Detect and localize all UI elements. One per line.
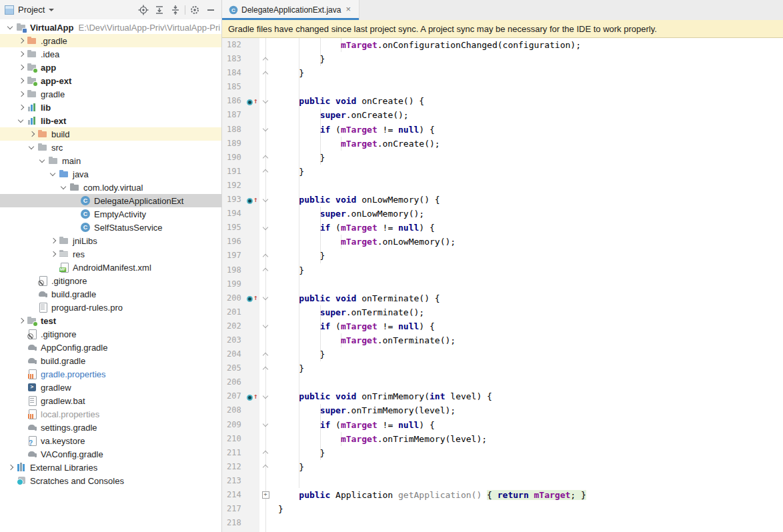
- fold-end-icon[interactable]: [259, 263, 271, 277]
- code-line-211[interactable]: 211 }: [222, 446, 783, 460]
- tree-item-gradlew-bat[interactable]: gradlew.bat: [0, 394, 221, 407]
- tree-item-settings-gradle[interactable]: settings.gradle: [0, 421, 221, 434]
- chevron-down-icon[interactable]: [49, 9, 54, 11]
- fold-end-icon[interactable]: [259, 249, 271, 263]
- fold-start-icon[interactable]: [259, 291, 271, 305]
- fold-start-icon[interactable]: [259, 94, 271, 108]
- tab-delegate-application-ext-java[interactable]: DelegateApplicationExt.java: [222, 0, 359, 20]
- code-line-202[interactable]: 202 if (mTarget != null) {: [222, 319, 783, 333]
- code-editor[interactable]: 182 mTarget.onConfigurationChanged(confi…: [222, 38, 783, 532]
- tree-item-androidmanifest-xml[interactable]: AndroidManifest.xml: [0, 261, 221, 274]
- chevron-down-icon[interactable]: [16, 115, 27, 126]
- fold-end-icon[interactable]: [259, 52, 271, 66]
- code-line-218[interactable]: 218: [222, 516, 783, 530]
- fold-start-icon[interactable]: [259, 389, 271, 403]
- override-gutter-icon[interactable]: [246, 195, 259, 205]
- code-line-199[interactable]: 199: [222, 277, 783, 291]
- tree-item-idea[interactable]: .idea: [0, 47, 221, 61]
- chevron-right-icon[interactable]: [16, 35, 27, 46]
- code-line-191[interactable]: 191 }: [222, 165, 783, 179]
- tree-item-scratches-and-consoles[interactable]: Scratches and Consoles: [0, 474, 221, 487]
- tree-item-gitignore[interactable]: .gitignore: [0, 274, 221, 287]
- tree-item-gradle-properties[interactable]: gradle.properties: [0, 367, 221, 381]
- tree-item-res[interactable]: res: [0, 247, 221, 261]
- tree-item-selfstatusservice[interactable]: SelfStatusService: [0, 221, 221, 234]
- override-gutter-icon[interactable]: [246, 293, 259, 303]
- chevron-down-icon[interactable]: [5, 22, 16, 33]
- fold-end-icon[interactable]: [259, 151, 271, 165]
- code-line-192[interactable]: 192: [222, 179, 783, 193]
- fold-end-icon[interactable]: [259, 66, 271, 80]
- code-line-190[interactable]: 190 }: [222, 151, 783, 165]
- chevron-right-icon[interactable]: [16, 315, 27, 326]
- locate-icon[interactable]: [135, 2, 151, 18]
- project-title[interactable]: Project: [18, 5, 45, 15]
- code-line-182[interactable]: 182 mTarget.onConfigurationChanged(confi…: [222, 38, 783, 52]
- chevron-down-icon[interactable]: [37, 155, 48, 166]
- tree-item-test[interactable]: test: [0, 314, 221, 327]
- code-line-189[interactable]: 189 mTarget.onCreate();: [222, 137, 783, 151]
- expand-all-icon[interactable]: [151, 2, 167, 18]
- code-line-193[interactable]: 193 public void onLowMemory() {: [222, 193, 783, 207]
- tree-item-app-ext[interactable]: app-ext: [0, 74, 221, 87]
- tree-item-gradle[interactable]: .gradle: [0, 34, 221, 47]
- tree-item-lib[interactable]: lib: [0, 101, 221, 114]
- chevron-right-icon[interactable]: [48, 235, 59, 246]
- code-line-188[interactable]: 188 if (mTarget != null) {: [222, 123, 783, 137]
- tree-item-gradle[interactable]: gradle: [0, 87, 221, 101]
- fold-start-icon[interactable]: [259, 418, 271, 432]
- tree-item-build[interactable]: build: [0, 127, 221, 141]
- tree-item-gradlew[interactable]: gradlew: [0, 381, 221, 394]
- fold-start-icon[interactable]: [259, 319, 271, 333]
- fold-end-icon[interactable]: [259, 347, 271, 361]
- code-line-207[interactable]: 207 public void onTrimMemory(int level) …: [222, 389, 783, 403]
- chevron-down-icon[interactable]: [59, 182, 69, 193]
- tree-item-gitignore[interactable]: .gitignore: [0, 327, 221, 341]
- chevron-right-icon[interactable]: [16, 75, 27, 86]
- fold-start-icon[interactable]: [259, 193, 271, 207]
- fold-end-icon[interactable]: [259, 460, 271, 474]
- code-line-185[interactable]: 185: [222, 80, 783, 94]
- tree-item-src[interactable]: src: [0, 141, 221, 154]
- tree-item-delegateapplicationext[interactable]: DelegateApplicationExt: [0, 194, 221, 207]
- code-line-214[interactable]: 214 public Application getApplication() …: [222, 488, 783, 502]
- fold-start-icon[interactable]: [259, 123, 271, 137]
- chevron-right-icon[interactable]: [16, 49, 27, 59]
- tree-item-lib-ext[interactable]: lib-ext: [0, 114, 221, 127]
- tree-item-emptyactivity[interactable]: EmptyActivity: [0, 207, 221, 221]
- chevron-right-icon[interactable]: [16, 102, 27, 113]
- code-line-205[interactable]: 205 }: [222, 361, 783, 375]
- collapse-all-icon[interactable]: [167, 2, 183, 18]
- code-line-206[interactable]: 206: [222, 375, 783, 389]
- tree-item-va-keystore[interactable]: va.keystore: [0, 434, 221, 447]
- code-line-204[interactable]: 204 }: [222, 347, 783, 361]
- code-line-194[interactable]: 194 super.onLowMemory();: [222, 207, 783, 221]
- tree-item-proguard-rules-pro[interactable]: proguard-rules.pro: [0, 301, 221, 314]
- tree-item-java[interactable]: java: [0, 167, 221, 181]
- tree-item-external-libraries[interactable]: External Libraries: [0, 461, 221, 474]
- code-line-212[interactable]: 212 }: [222, 460, 783, 474]
- chevron-down-icon[interactable]: [48, 169, 59, 179]
- tree-item-build-gradle[interactable]: build.gradle: [0, 354, 221, 367]
- tree-item-appconfig-gradle[interactable]: AppConfig.gradle: [0, 341, 221, 354]
- code-line-198[interactable]: 198 }: [222, 263, 783, 277]
- chevron-right-icon[interactable]: [27, 129, 37, 139]
- override-gutter-icon[interactable]: [246, 97, 259, 106]
- code-line-183[interactable]: 183 }: [222, 52, 783, 66]
- code-line-208[interactable]: 208 super.onTrimMemory(level);: [222, 403, 783, 417]
- code-line-184[interactable]: 184 }: [222, 66, 783, 80]
- code-line-200[interactable]: 200 public void onTerminate() {: [222, 291, 783, 305]
- tree-item-virtualapp[interactable]: VirtualAppE:\Dev\VirtualApp-Priv\Virtual…: [0, 21, 221, 34]
- chevron-right-icon[interactable]: [16, 62, 27, 73]
- tree-item-local-properties[interactable]: local.properties: [0, 407, 221, 421]
- chevron-right-icon[interactable]: [5, 462, 16, 473]
- code-line-201[interactable]: 201 super.onTerminate();: [222, 305, 783, 319]
- code-line-217[interactable]: 217}: [222, 502, 783, 516]
- tree-item-vaconfig-gradle[interactable]: VAConfig.gradle: [0, 447, 221, 461]
- chevron-right-icon[interactable]: [48, 249, 59, 259]
- hide-panel-icon[interactable]: [203, 2, 219, 18]
- fold-end-icon[interactable]: [259, 165, 271, 179]
- code-line-209[interactable]: 209 if (mTarget != null) {: [222, 418, 783, 432]
- chevron-right-icon[interactable]: [16, 89, 27, 99]
- fold-start-icon[interactable]: [259, 221, 271, 235]
